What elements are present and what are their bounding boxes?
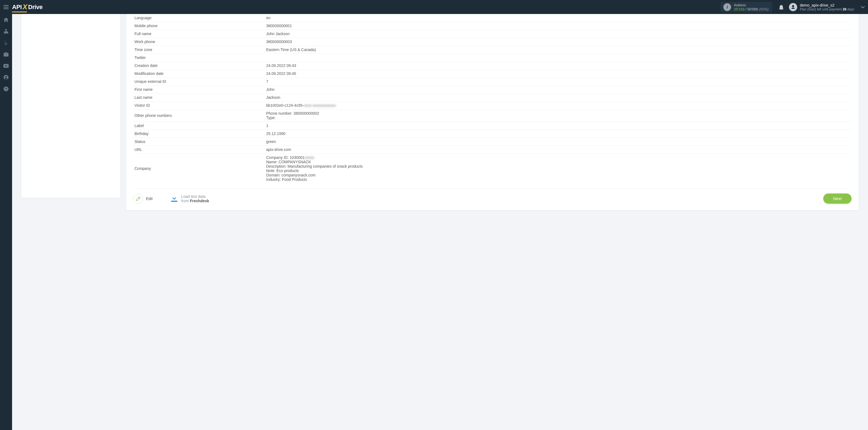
briefcase-icon <box>4 52 8 57</box>
field-value: 1 <box>265 122 851 130</box>
field-key: Modification date <box>133 70 265 78</box>
sidebar-item-video[interactable] <box>0 60 12 72</box>
field-value <box>265 54 851 62</box>
field-value: John Jackson <box>265 30 851 38</box>
field-key: Full name <box>133 30 265 38</box>
field-value: apix-drive.com <box>265 146 851 154</box>
svg-point-6 <box>5 76 7 78</box>
menu-toggle[interactable] <box>0 0 12 14</box>
sidebar-item-account[interactable] <box>0 72 12 83</box>
load-text: Load test data from Freshdesk <box>181 194 209 203</box>
info-icon: i <box>723 3 731 11</box>
chevron-down-icon <box>861 6 865 8</box>
table-row: Languageen <box>133 14 851 22</box>
svg-rect-3 <box>7 32 8 33</box>
table-row: Birthday25.12.1990 <box>133 130 851 138</box>
left-panel <box>22 14 120 198</box>
sidebar-item-connections[interactable] <box>0 26 12 37</box>
table-row: URLapix-drive.com <box>133 146 851 154</box>
avatar-icon <box>789 3 797 11</box>
sidebar-item-help[interactable]: ? <box>0 83 12 95</box>
notifications-button[interactable] <box>776 4 787 10</box>
svg-rect-2 <box>5 32 7 33</box>
table-row: Unique external ID7 <box>133 78 851 86</box>
logo[interactable]: API X Drive <box>12 3 42 11</box>
field-key: Creation date <box>133 62 265 70</box>
table-row: Last nameJackson <box>133 94 851 101</box>
field-key: Visitor ID <box>133 101 265 110</box>
actions-limit: 50'000 <box>747 7 758 11</box>
field-key: Other phone numbers <box>133 110 265 122</box>
plan-days: 26 <box>843 7 846 11</box>
actions-pct: (50%) <box>759 7 769 11</box>
panel-footer: Edit Load test data from Freshdesk Next <box>133 188 851 204</box>
load-line1: Load test data <box>181 194 209 199</box>
field-key: Status <box>133 138 265 146</box>
table-row: Label1 <box>133 122 851 130</box>
actions-counter[interactable]: i Actions: 25'153 / 50'000 (50%) <box>721 2 772 12</box>
field-value: green <box>265 138 851 146</box>
bell-icon <box>779 4 784 10</box>
youtube-icon <box>3 64 9 68</box>
actions-label: Actions: <box>734 3 768 7</box>
field-key: URL <box>133 146 265 154</box>
field-key: Unique external ID <box>133 78 265 86</box>
svg-rect-0 <box>5 29 7 30</box>
field-value: 24.09.2022 09:45 <box>265 70 851 78</box>
field-value: 25.12.1990 <box>265 130 851 138</box>
svg-rect-1 <box>4 32 5 33</box>
sidebar-item-briefcase[interactable] <box>0 49 12 60</box>
actions-sep: / <box>745 7 747 11</box>
field-key: Last name <box>133 94 265 101</box>
user-name: demo_apix-drive_s2 <box>800 3 854 7</box>
dollar-icon <box>4 40 8 45</box>
field-value: Eastern Time (US & Canada) <box>265 46 851 54</box>
field-key: Company <box>133 154 265 184</box>
table-row: Full nameJohn Jackson <box>133 30 851 38</box>
table-row: Time zoneEastern Time (US & Canada) <box>133 46 851 54</box>
logo-x: X <box>23 3 27 11</box>
sidebar: ? <box>0 14 12 430</box>
sitemap-icon <box>4 29 8 33</box>
field-key: Label <box>133 122 265 130</box>
field-value: John <box>265 86 851 94</box>
person-icon <box>790 5 796 10</box>
hamburger-icon <box>4 5 8 9</box>
table-row: Modification date24.09.2022 09:45 <box>133 70 851 78</box>
sidebar-item-home[interactable] <box>0 14 12 26</box>
details-table: LanguageenMobile phone380000000001Full n… <box>133 14 851 183</box>
field-value: Company ID: 1030001xxxxxName: COMPANYSNA… <box>265 154 851 184</box>
main: LanguageenMobile phone380000000001Full n… <box>12 14 868 218</box>
table-row: CompanyCompany ID: 1030001xxxxxName: COM… <box>133 154 851 184</box>
pencil-icon <box>133 194 143 204</box>
user-menu[interactable]: demo_apix-drive_s2 Plan |Start| left unt… <box>789 3 854 11</box>
field-value: en <box>265 14 851 22</box>
field-key: First name <box>133 86 265 94</box>
table-row: Statusgreen <box>133 138 851 146</box>
field-key: Work phone <box>133 38 265 46</box>
field-value: 380000000001 <box>265 22 851 30</box>
user-text: demo_apix-drive_s2 Plan |Start| left unt… <box>800 3 854 11</box>
load-test-data-button[interactable]: Load test data from Freshdesk <box>170 194 209 203</box>
actions-used: 25'153 <box>734 7 745 11</box>
plan-prefix: Plan |Start| left until payment <box>800 7 843 11</box>
plan-suffix: days <box>846 7 854 11</box>
field-value: Phone number: 380000000002Type: <box>265 110 851 122</box>
table-row: Other phone numbersPhone number: 3800000… <box>133 110 851 122</box>
field-key: Birthday <box>133 130 265 138</box>
table-row: Work phone380000000003 <box>133 38 851 46</box>
help-icon: ? <box>4 87 8 91</box>
table-row: First nameJohn <box>133 86 851 94</box>
table-row: Twitter <box>133 54 851 62</box>
edit-label: Edit <box>146 196 153 201</box>
field-value: bb1002e0-c124-4c95-xxxx-xxxxxxxxxxxx <box>265 101 851 110</box>
user-circle-icon <box>4 75 8 80</box>
logo-text-1: API <box>12 4 22 11</box>
sidebar-item-billing[interactable] <box>0 37 12 49</box>
user-menu-chevron[interactable] <box>858 6 868 8</box>
topbar: API X Drive i Actions: 25'153 / 50'000 (… <box>0 0 868 14</box>
field-key: Language <box>133 14 265 22</box>
logo-text-2: Drive <box>28 4 43 11</box>
edit-button[interactable]: Edit <box>133 194 153 204</box>
next-button[interactable]: Next <box>823 193 851 204</box>
